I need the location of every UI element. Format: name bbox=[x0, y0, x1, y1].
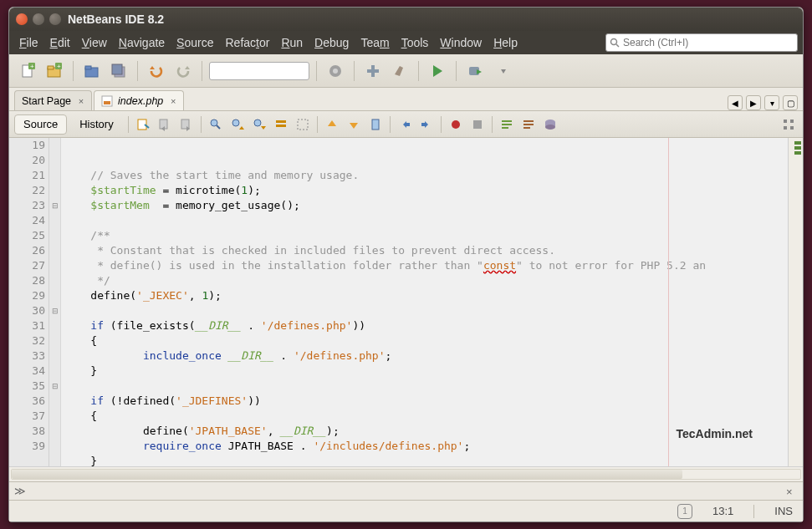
tab-index-php[interactable]: index.php × bbox=[94, 90, 184, 110]
breadcrumb-bar: ≫ × bbox=[9, 481, 803, 500]
macro-record-button[interactable] bbox=[447, 115, 465, 134]
back-button[interactable] bbox=[156, 115, 174, 134]
find-next-button[interactable] bbox=[250, 115, 268, 134]
cursor-position[interactable]: 13:1 bbox=[712, 505, 733, 517]
toggle-highlight-button[interactable] bbox=[272, 115, 290, 134]
svg-rect-46 bbox=[784, 126, 787, 130]
new-file-button[interactable]: + bbox=[16, 59, 39, 83]
svg-rect-30 bbox=[372, 120, 379, 130]
svg-point-0 bbox=[611, 39, 617, 45]
go-to-type-button[interactable] bbox=[541, 115, 559, 134]
titlebar: NetBeans IDE 8.2 bbox=[9, 8, 803, 31]
menu-tools[interactable]: Tools bbox=[396, 33, 434, 53]
minimize-window-button[interactable] bbox=[33, 13, 44, 25]
code-editor[interactable]: // Saves the start time and memory usage… bbox=[61, 138, 803, 466]
tab-scroll-right-button[interactable]: ▶ bbox=[746, 95, 761, 110]
uncomment-button[interactable] bbox=[519, 115, 538, 134]
file-tabs: Start Page × index.php × ◀ ▶ ▾ ▢ bbox=[9, 88, 803, 111]
toggle-bookmark-button[interactable] bbox=[366, 115, 385, 134]
main-toolbar: + + bbox=[9, 54, 803, 88]
editor-area: 1920212223242526272829303132333435363738… bbox=[9, 138, 803, 466]
svg-rect-47 bbox=[790, 126, 794, 130]
tab-label: index.php bbox=[118, 95, 163, 107]
search-input[interactable] bbox=[623, 37, 794, 48]
insert-mode[interactable]: INS bbox=[774, 505, 793, 517]
menu-file[interactable]: File bbox=[14, 33, 43, 53]
find-selection-button[interactable] bbox=[207, 115, 225, 134]
svg-rect-29 bbox=[298, 120, 308, 130]
tab-maximize-button[interactable]: ▢ bbox=[783, 95, 798, 110]
editor-options-button[interactable] bbox=[779, 115, 798, 134]
svg-rect-34 bbox=[473, 120, 482, 129]
app-window: NetBeans IDE 8.2 File Edit View Navigate… bbox=[8, 7, 804, 522]
tab-start-page[interactable]: Start Page × bbox=[14, 90, 92, 110]
profile-project-button[interactable] bbox=[492, 59, 515, 83]
clean-build-button[interactable] bbox=[361, 59, 385, 83]
build-button[interactable] bbox=[324, 59, 347, 83]
line-number-gutter[interactable]: 1920212223242526272829303132333435363738… bbox=[9, 138, 49, 466]
svg-text:+: + bbox=[57, 63, 61, 70]
config-combo[interactable] bbox=[209, 62, 309, 80]
find-prev-button[interactable] bbox=[228, 115, 247, 134]
shift-left-button[interactable] bbox=[396, 115, 414, 134]
tab-label: Start Page bbox=[22, 95, 71, 107]
close-tab-icon[interactable]: × bbox=[168, 96, 178, 106]
svg-rect-16 bbox=[371, 65, 375, 77]
php-file-icon bbox=[101, 95, 113, 107]
tab-list-button[interactable]: ▾ bbox=[764, 95, 779, 110]
svg-text:+: + bbox=[30, 63, 34, 70]
horizontal-scroll-row bbox=[9, 466, 803, 481]
svg-rect-27 bbox=[276, 120, 286, 123]
close-tab-icon[interactable]: × bbox=[76, 96, 86, 106]
toggle-rectangular-button[interactable] bbox=[294, 115, 312, 134]
svg-rect-28 bbox=[276, 125, 286, 127]
last-edit-button[interactable] bbox=[134, 115, 152, 134]
fold-gutter[interactable]: ⊟⊟⊟ bbox=[49, 138, 61, 466]
breadcrumb-icon[interactable]: ≫ bbox=[14, 485, 26, 497]
svg-rect-45 bbox=[790, 120, 794, 123]
redo-button[interactable] bbox=[171, 59, 195, 83]
global-search[interactable] bbox=[605, 33, 798, 52]
tab-scroll-left-button[interactable]: ◀ bbox=[728, 95, 743, 110]
run-project-button[interactable] bbox=[426, 59, 449, 83]
menu-team[interactable]: Team bbox=[355, 33, 394, 53]
app-title: NetBeans IDE 8.2 bbox=[68, 13, 164, 26]
comment-button[interactable] bbox=[498, 115, 516, 134]
open-project-button[interactable] bbox=[80, 59, 104, 83]
save-all-button[interactable] bbox=[107, 59, 130, 83]
new-project-button[interactable]: + bbox=[43, 59, 66, 83]
menu-debug[interactable]: Debug bbox=[309, 33, 354, 53]
svg-point-43 bbox=[545, 125, 555, 130]
menu-edit[interactable]: Edit bbox=[45, 33, 75, 53]
forward-button[interactable] bbox=[177, 115, 196, 134]
maximize-window-button[interactable] bbox=[49, 13, 61, 25]
menu-view[interactable]: View bbox=[77, 33, 112, 53]
horizontal-scrollbar[interactable] bbox=[11, 469, 801, 480]
menu-window[interactable]: Window bbox=[435, 33, 487, 53]
svg-rect-32 bbox=[421, 123, 425, 126]
menu-navigate[interactable]: Navigate bbox=[114, 33, 170, 53]
svg-rect-31 bbox=[406, 123, 410, 126]
source-view-tab[interactable]: Source bbox=[14, 114, 67, 135]
watermark-text: TecAdmin.net bbox=[676, 426, 753, 441]
menu-refactor[interactable]: Refactor bbox=[220, 33, 274, 53]
breadcrumb-close-icon[interactable]: × bbox=[786, 486, 798, 497]
svg-line-1 bbox=[616, 44, 619, 47]
shift-right-button[interactable] bbox=[417, 115, 436, 134]
menu-run[interactable]: Run bbox=[276, 33, 308, 53]
macro-stop-button[interactable] bbox=[468, 115, 487, 134]
notification-icon[interactable]: 1 bbox=[677, 504, 692, 519]
undo-button[interactable] bbox=[145, 59, 168, 83]
svg-rect-6 bbox=[48, 66, 54, 69]
debug-project-button[interactable] bbox=[463, 59, 487, 83]
close-window-button[interactable] bbox=[16, 13, 28, 25]
next-bookmark-button[interactable] bbox=[345, 115, 363, 134]
svg-point-26 bbox=[254, 120, 261, 126]
menu-help[interactable]: Help bbox=[488, 33, 523, 53]
menu-source[interactable]: Source bbox=[171, 33, 218, 53]
prev-bookmark-button[interactable] bbox=[323, 115, 341, 134]
clean-button[interactable] bbox=[388, 59, 411, 83]
vertical-scrollbar[interactable] bbox=[788, 138, 803, 466]
scrollbar-thumb[interactable] bbox=[12, 470, 682, 479]
history-view-tab[interactable]: History bbox=[70, 114, 122, 135]
